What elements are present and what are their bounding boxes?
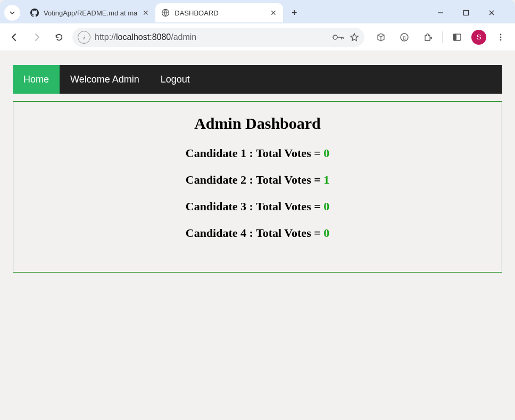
new-tab-button[interactable]: + [286,5,302,21]
vote-count: 0 [323,226,329,240]
svg-point-11 [500,34,502,35]
bookmark-star-icon[interactable] [350,32,359,42]
nav-welcome-admin[interactable]: Welcome Admin [60,65,150,94]
dashboard-panel: Admin Dashboard Candidate 1 : Total Vote… [13,101,502,273]
svg-point-12 [500,36,502,38]
tab-active[interactable]: DASHBOARD ✕ [155,3,283,22]
tab-inactive[interactable]: VotingApp/README.md at ma ✕ [24,3,155,22]
page-viewport: Home Welcome Admin Logout Admin Dashboar… [0,51,515,420]
vote-count: 1 [323,173,329,186]
browser-chrome: VotingApp/README.md at ma ✕ DASHBOARD ✕ … [0,0,515,51]
close-window-button[interactable] [488,10,504,16]
minimize-button[interactable] [437,10,453,16]
vote-count: 0 [323,200,329,213]
address-bar[interactable]: i http://localhost:8080/admin [72,28,364,47]
nav-home[interactable]: Home [13,65,60,94]
tab-title: DASHBOARD [175,9,265,17]
toolbar-right: {} S [369,28,510,46]
site-info-icon[interactable]: i [78,31,90,44]
close-icon[interactable]: ✕ [142,7,150,18]
maximize-button[interactable] [463,10,479,16]
side-panel-icon[interactable] [448,28,466,46]
candidate-row: Candidate 2 : Total Votes = 1 [24,173,491,187]
cube-extension-icon[interactable] [372,28,390,46]
url-text: http://localhost:8080/admin [95,32,328,42]
candidate-row: Candidate 3 : Total Votes = 0 [24,200,491,213]
vote-count: 0 [323,146,329,160]
toolbar-divider [442,31,443,43]
back-button[interactable] [5,28,23,46]
tabs-search-button[interactable] [4,5,20,21]
globe-icon [161,8,170,18]
devtools-icon[interactable]: {} [395,28,413,46]
svg-text:{}: {} [403,35,406,40]
tab-title: VotingApp/README.md at ma [44,9,137,17]
password-key-icon[interactable] [333,34,344,41]
svg-point-13 [500,39,502,40]
candidate-row: Candidate 1 : Total Votes = 0 [24,146,491,160]
tab-strip: VotingApp/README.md at ma ✕ DASHBOARD ✕ … [0,0,515,23]
browser-toolbar: i http://localhost:8080/admin {} [0,23,515,51]
svg-rect-10 [453,34,456,40]
profile-avatar[interactable]: S [471,30,486,45]
github-icon [30,8,39,18]
kebab-menu-icon[interactable] [492,28,510,46]
window-controls [437,10,511,16]
page-title: Admin Dashboard [24,114,491,133]
svg-rect-2 [464,11,469,15]
reload-button[interactable] [50,28,68,46]
candidate-row: Candidate 4 : Total Votes = 0 [24,226,491,240]
forward-button[interactable] [28,28,46,46]
nav-logout[interactable]: Logout [150,65,201,94]
extensions-icon[interactable] [419,28,437,46]
svg-point-3 [333,35,337,39]
app-navbar: Home Welcome Admin Logout [13,65,502,94]
close-icon[interactable]: ✕ [269,7,278,18]
